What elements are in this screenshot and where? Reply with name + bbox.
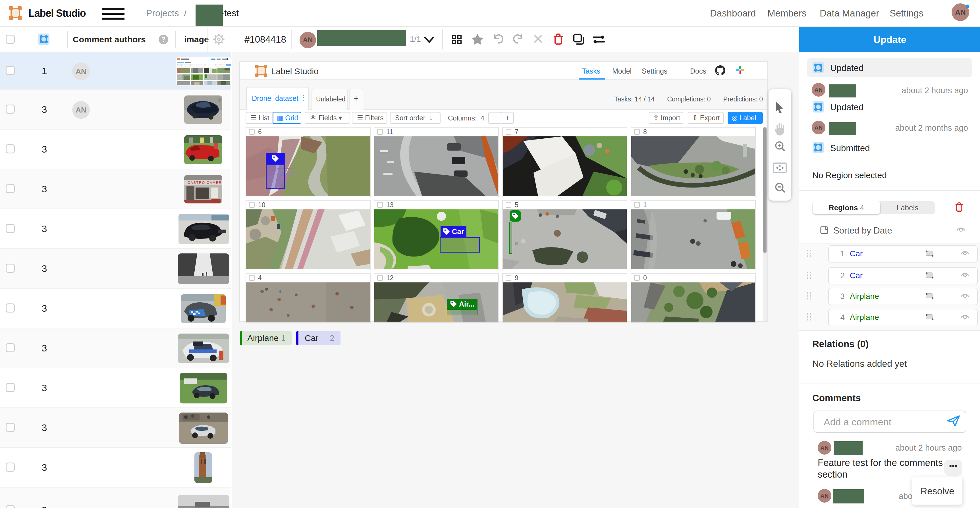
svg-text:CASTRO CAMERA: CASTRO CAMERA bbox=[188, 181, 222, 185]
